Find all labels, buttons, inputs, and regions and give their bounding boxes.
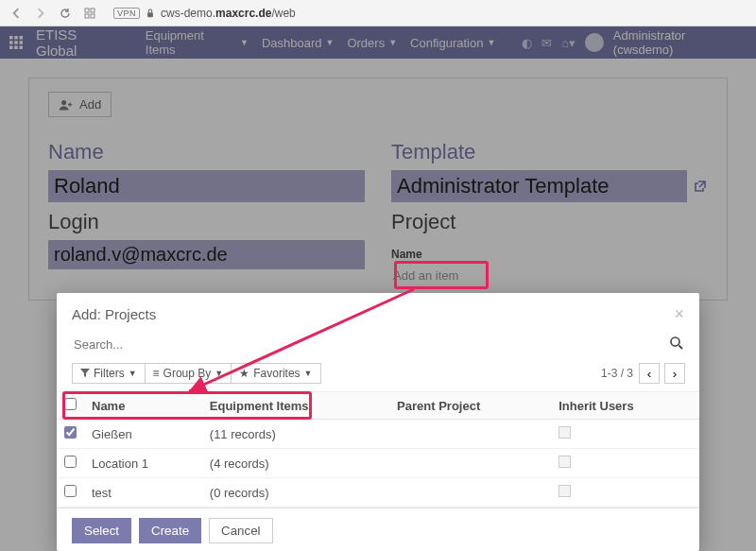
row-equipment[interactable]: (4 records) xyxy=(202,449,389,478)
url-text: cws-demo.maxcrc.de/web xyxy=(161,7,296,20)
row-inherit[interactable] xyxy=(551,478,699,508)
table-row[interactable]: Location 1(4 records) xyxy=(57,449,699,478)
list-icon: ≡ xyxy=(153,367,160,380)
col-inherit[interactable]: Inherit Users xyxy=(551,392,699,420)
row-checkbox[interactable] xyxy=(64,426,77,439)
pager-next[interactable]: › xyxy=(664,363,685,384)
projects-table: Name Equipment Items Parent Project Inhe… xyxy=(57,392,699,508)
modal-title: Add: Projects xyxy=(72,306,156,322)
row-equipment[interactable]: (11 records) xyxy=(202,420,389,449)
browser-chrome: VPN cws-demo.maxcrc.de/web xyxy=(0,0,756,26)
select-button[interactable]: Select xyxy=(72,518,131,543)
row-parent xyxy=(389,478,551,508)
address-bar[interactable]: VPN cws-demo.maxcrc.de/web xyxy=(106,7,748,20)
row-parent xyxy=(389,420,551,449)
svg-rect-0 xyxy=(85,9,89,12)
close-icon[interactable]: × xyxy=(674,304,684,324)
svg-rect-3 xyxy=(91,14,94,18)
search-input[interactable] xyxy=(72,334,669,355)
favorites-button[interactable]: ★Favorites▼ xyxy=(231,363,320,384)
row-name: Location 1 xyxy=(84,449,202,478)
row-checkbox[interactable] xyxy=(64,485,77,497)
create-button[interactable]: Create xyxy=(139,518,201,543)
pager-prev[interactable]: ‹ xyxy=(639,363,660,384)
row-inherit[interactable] xyxy=(551,420,699,449)
col-equipment[interactable]: Equipment Items xyxy=(202,392,389,420)
svg-point-15 xyxy=(671,337,679,346)
add-projects-modal: Add: Projects × Filters▼ ≡Group By▼ ★Fav… xyxy=(57,293,699,551)
svg-rect-4 xyxy=(147,12,153,17)
funnel-icon xyxy=(80,369,90,378)
group-by-button[interactable]: ≡Group By▼ xyxy=(145,363,232,384)
row-name: test xyxy=(84,478,202,508)
col-name[interactable]: Name xyxy=(84,392,202,420)
pager-text: 1-3 / 3 xyxy=(601,367,633,380)
extensions-button[interactable] xyxy=(81,5,98,22)
row-checkbox[interactable] xyxy=(64,456,77,468)
lock-icon xyxy=(146,9,155,18)
table-row[interactable]: Gießen(11 records) xyxy=(57,420,699,449)
cancel-button[interactable]: Cancel xyxy=(209,518,273,543)
col-parent[interactable]: Parent Project xyxy=(389,392,551,420)
forward-button[interactable] xyxy=(32,5,49,22)
row-name: Gießen xyxy=(84,420,202,449)
reload-button[interactable] xyxy=(57,5,74,22)
select-all-checkbox[interactable] xyxy=(64,398,77,410)
svg-rect-1 xyxy=(91,9,94,12)
table-row[interactable]: test(0 records) xyxy=(57,478,699,508)
row-inherit[interactable] xyxy=(551,449,699,478)
search-icon[interactable] xyxy=(669,336,684,353)
star-icon: ★ xyxy=(239,367,249,380)
filters-button[interactable]: Filters▼ xyxy=(72,363,146,384)
back-button[interactable] xyxy=(8,5,25,22)
row-parent xyxy=(389,449,551,478)
svg-rect-2 xyxy=(85,14,89,18)
vpn-badge: VPN xyxy=(113,8,140,19)
row-equipment[interactable]: (0 records) xyxy=(202,478,389,508)
